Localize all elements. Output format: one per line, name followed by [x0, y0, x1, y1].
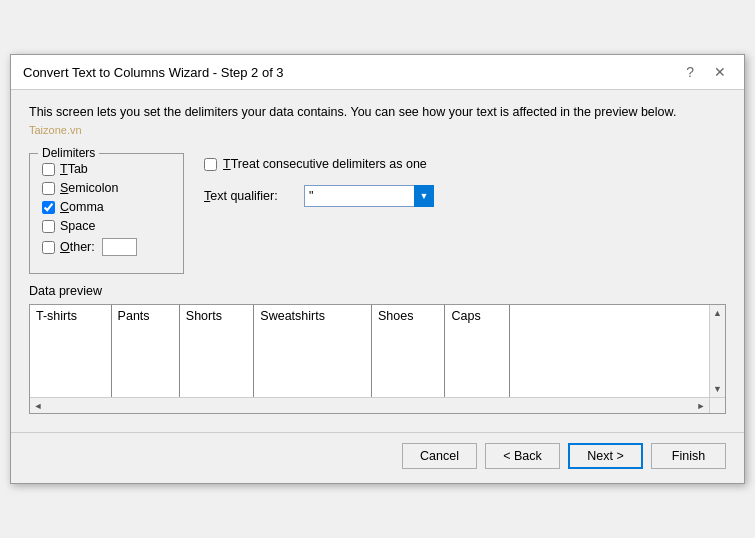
other-input[interactable] — [102, 238, 137, 256]
scroll-left-icon[interactable]: ◄ — [30, 398, 46, 414]
space-row: Space — [42, 219, 171, 233]
tab-row: TTab — [42, 162, 171, 176]
col-caps: Caps — [445, 305, 509, 337]
finish-button[interactable]: Finish — [651, 443, 726, 469]
qualifier-select[interactable]: " ' {none} — [304, 185, 434, 207]
qualifier-label: Text qualifier: — [204, 189, 294, 203]
tab-checkbox[interactable] — [42, 163, 55, 176]
other-label[interactable]: Other: — [60, 240, 95, 254]
preview-label: Data preview — [29, 284, 726, 298]
data-preview-section: Data preview T-shirts Pants Shorts Sweat… — [29, 284, 726, 414]
cancel-button[interactable]: Cancel — [402, 443, 477, 469]
preview-table: T-shirts Pants Shorts Sweatshirts Shoes … — [30, 305, 709, 397]
col-shorts: Shorts — [179, 305, 254, 337]
help-button[interactable]: ? — [680, 63, 700, 81]
right-options: TTreat consecutive delimiters as one Tex… — [204, 153, 726, 274]
table-row: T-shirts Pants Shorts Sweatshirts Shoes … — [30, 305, 709, 337]
description-text: This screen lets you set the delimiters … — [29, 104, 726, 139]
consecutive-checkbox[interactable] — [204, 158, 217, 171]
delimiters-label: Delimiters — [38, 146, 99, 160]
table-row-empty — [30, 337, 709, 397]
delimiters-group: Delimiters TTab Semicolon Comma Space — [29, 153, 184, 274]
col-tshirts: T-shirts — [30, 305, 111, 337]
semicolon-row: Semicolon — [42, 181, 171, 195]
scroll-corner — [709, 397, 725, 413]
col-empty — [509, 305, 709, 337]
space-label[interactable]: Space — [60, 219, 95, 233]
scroll-down-icon[interactable]: ▼ — [710, 381, 726, 397]
space-checkbox[interactable] — [42, 220, 55, 233]
title-bar: Convert Text to Columns Wizard - Step 2 … — [11, 55, 744, 90]
col-sweatshirts: Sweatshirts — [254, 305, 372, 337]
semicolon-label[interactable]: Semicolon — [60, 181, 118, 195]
semicolon-checkbox[interactable] — [42, 182, 55, 195]
back-button[interactable]: < Back — [485, 443, 560, 469]
vertical-scrollbar[interactable]: ▲ ▼ — [709, 305, 725, 397]
close-button[interactable]: ✕ — [708, 63, 732, 81]
comma-label[interactable]: Comma — [60, 200, 104, 214]
watermark: Taizone.vn — [29, 124, 82, 136]
scroll-right-icon[interactable]: ► — [693, 398, 709, 414]
col-pants: Pants — [111, 305, 179, 337]
preview-container: T-shirts Pants Shorts Sweatshirts Shoes … — [29, 304, 726, 414]
scroll-up-icon[interactable]: ▲ — [710, 305, 726, 321]
other-checkbox[interactable] — [42, 241, 55, 254]
comma-row: Comma — [42, 200, 171, 214]
title-controls: ? ✕ — [680, 63, 732, 81]
dialog-footer: Cancel < Back Next > Finish — [11, 432, 744, 483]
col-shoes: Shoes — [372, 305, 445, 337]
qualifier-row: Text qualifier: " ' {none} — [204, 185, 726, 207]
dialog-content: This screen lets you set the delimiters … — [11, 90, 744, 424]
comma-checkbox[interactable] — [42, 201, 55, 214]
qualifier-select-wrapper: " ' {none} — [304, 185, 434, 207]
consecutive-label[interactable]: TTreat consecutive delimiters as one — [223, 157, 427, 171]
main-area: Delimiters TTab Semicolon Comma Space — [29, 153, 726, 274]
other-row: Other: — [42, 238, 171, 256]
consecutive-row: TTreat consecutive delimiters as one — [204, 157, 726, 171]
next-button[interactable]: Next > — [568, 443, 643, 469]
horizontal-scrollbar[interactable]: ◄ ► — [30, 397, 709, 413]
tab-label[interactable]: TTab — [60, 162, 88, 176]
wizard-dialog: Convert Text to Columns Wizard - Step 2 … — [10, 54, 745, 484]
dialog-title: Convert Text to Columns Wizard - Step 2 … — [23, 65, 284, 80]
